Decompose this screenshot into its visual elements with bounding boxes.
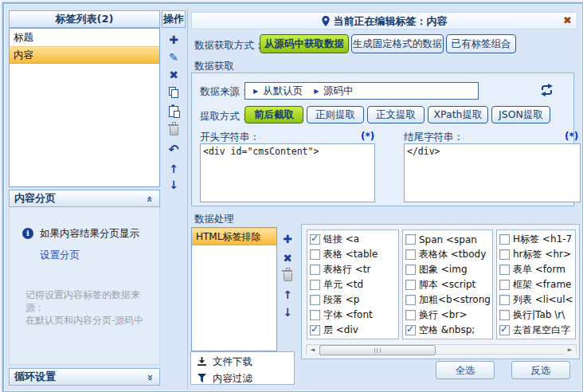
extract-json-button[interactable]: JSON提取: [491, 106, 550, 123]
exclude-option[interactable]: hr标签 <hr>: [497, 247, 575, 262]
tag-list-item-content[interactable]: 内容: [10, 46, 159, 64]
fetch-mode-fixed-format-button[interactable]: 生成固定格式的数据: [351, 34, 444, 53]
exclude-option-label: 空格 &nbsp;: [419, 323, 475, 337]
checkbox-icon[interactable]: [499, 280, 510, 290]
double-chevron-down-icon[interactable]: «: [142, 374, 158, 381]
checkbox-icon[interactable]: [405, 234, 416, 245]
checkbox-icon[interactable]: [310, 265, 320, 275]
exclude-option[interactable]: 层 <div: [307, 323, 398, 338]
move-up-icon[interactable]: ↑: [162, 163, 186, 174]
exclude-option[interactable]: 脚本 <script: [403, 277, 492, 292]
exclude-option[interactable]: 表格 <table: [307, 247, 398, 262]
copy-icon[interactable]: [162, 87, 186, 97]
add-icon[interactable]: ✚: [277, 233, 298, 245]
scroll-left-icon[interactable]: ◄: [307, 345, 319, 355]
process-list-item-html-exclude[interactable]: HTML标签排除: [192, 228, 276, 245]
exclude-option[interactable]: 表单 <form: [497, 262, 575, 277]
pagination-note-line2: 在默认页和内容分页-源码中: [25, 314, 157, 327]
tag-list: 标题 内容: [9, 28, 160, 187]
main-title: 当前正在编辑标签：内容: [334, 15, 448, 27]
refresh-icon[interactable]: [539, 84, 554, 96]
move-up-icon[interactable]: ↑: [277, 289, 298, 300]
pagination-panel-header[interactable]: 内容分页 «: [9, 190, 160, 207]
data-source-value[interactable]: ▶从默认页 ▶源码中: [245, 82, 479, 100]
exclude-option[interactable]: 换行|Tab \r\: [497, 308, 575, 323]
exclude-option[interactable]: 图象 <img: [403, 262, 492, 277]
delete-icon[interactable]: ✖: [162, 69, 186, 80]
loop-panel-title: 循环设置: [14, 370, 56, 382]
set-pagination-link[interactable]: 设置分页: [40, 249, 80, 262]
edit-icon[interactable]: ✎: [162, 52, 186, 63]
exclude-option[interactable]: 单元 <td: [307, 277, 398, 292]
close-icon[interactable]: ✖: [563, 14, 572, 26]
invert-selection-button[interactable]: 反选: [511, 361, 570, 379]
horizontal-scrollbar[interactable]: ◄ ►: [306, 344, 577, 355]
checkbox-icon[interactable]: [405, 265, 416, 275]
content-filter-item[interactable]: 内容过滤: [191, 369, 294, 386]
checkbox-icon[interactable]: [310, 249, 320, 260]
exclude-column-3: H标签 <h1-7hr标签 <hr>表单 <form框架 <frame列表 <l…: [496, 229, 576, 339]
exclude-option[interactable]: H标签 <h1-7: [497, 232, 575, 247]
fetch-mode-from-source-button[interactable]: 从源码中获取数据: [260, 34, 349, 53]
exclude-option[interactable]: 去首尾空白字: [497, 323, 575, 338]
checkbox-icon[interactable]: [405, 325, 416, 335]
start-string-input[interactable]: <div id="cmsContent">: [200, 143, 375, 202]
checkbox-icon[interactable]: [405, 249, 416, 260]
exclude-option[interactable]: 列表 <li<ul<: [497, 292, 575, 308]
checkbox-icon[interactable]: [499, 234, 510, 245]
scroll-right-icon[interactable]: ►: [564, 345, 576, 355]
main-title-bar: 当前正在编辑标签：内容 ✖: [191, 12, 577, 29]
checkbox-icon[interactable]: [405, 295, 416, 305]
move-down-icon[interactable]: ↓: [162, 179, 186, 190]
tag-list-item-title[interactable]: 标题: [10, 29, 159, 46]
extract-regex-button[interactable]: 正则提取: [307, 106, 364, 123]
operations-header: 操作: [162, 10, 186, 28]
data-source-label: 数据来源：: [200, 85, 250, 99]
exclude-option[interactable]: 框架 <frame: [497, 277, 575, 292]
checkbox-icon[interactable]: [310, 280, 320, 290]
trash-icon[interactable]: [162, 124, 186, 135]
exclude-option-label: 去首尾空白字: [513, 323, 570, 337]
exclude-option[interactable]: 加粗<b<strong: [403, 292, 492, 308]
data-source-step2: 源码中: [323, 84, 354, 96]
trash-icon[interactable]: [277, 270, 298, 281]
file-download-item[interactable]: 文件下载: [191, 352, 294, 369]
exclude-option[interactable]: Span <span: [403, 232, 492, 247]
double-chevron-up-icon[interactable]: «: [142, 196, 158, 202]
exclude-option[interactable]: 换行 <br>: [403, 308, 492, 323]
loop-panel-header[interactable]: 循环设置 «: [9, 368, 160, 386]
extract-before-after-button[interactable]: 前后截取: [245, 106, 303, 123]
exclude-option[interactable]: 表格体 <tbody: [403, 247, 492, 262]
delete-icon[interactable]: ✖: [277, 253, 298, 264]
exclude-option[interactable]: 空格 &nbsp;: [403, 323, 492, 338]
select-all-button[interactable]: 全选: [436, 361, 495, 379]
undo-icon[interactable]: ↶: [162, 144, 186, 155]
checkbox-icon[interactable]: [310, 295, 320, 305]
move-down-icon[interactable]: ↓: [277, 307, 298, 318]
exclude-option-label: 表格体 <tbody: [419, 248, 486, 261]
end-string-input[interactable]: </div>: [404, 143, 581, 202]
fetch-mode-tag-combo-button[interactable]: 已有标签组合: [446, 34, 516, 53]
exclude-option-label: hr标签 <hr>: [513, 248, 571, 261]
checkbox-icon[interactable]: [499, 310, 510, 320]
checkbox-icon[interactable]: [405, 310, 416, 320]
checkbox-icon[interactable]: [405, 280, 416, 290]
checkbox-icon[interactable]: [310, 234, 320, 245]
exclude-option[interactable]: 字体 <font: [307, 308, 398, 323]
exclude-option[interactable]: 表格行 <tr: [307, 262, 398, 277]
checkbox-icon[interactable]: [499, 295, 510, 305]
checkbox-icon[interactable]: [310, 325, 320, 335]
checkbox-icon[interactable]: [310, 310, 320, 320]
exclude-option[interactable]: 段落 <p: [307, 292, 398, 308]
tag-editor-window: 标签列表(2) 标题 内容 操作 ✚ ✎ ✖ ↶ ↑ ↓ 内容分页 « i 如果…: [2, 2, 583, 392]
extract-body-button[interactable]: 正文提取: [367, 106, 425, 123]
exclude-option[interactable]: 链接 <a: [307, 232, 398, 247]
scrollbar-thumb[interactable]: [319, 345, 436, 355]
extract-xpath-button[interactable]: XPath提取: [428, 106, 488, 123]
add-icon[interactable]: ✚: [162, 34, 186, 45]
checkbox-icon[interactable]: [499, 249, 510, 260]
start-string-label: 开头字符串：: [200, 131, 260, 144]
paste-icon[interactable]: [162, 104, 186, 117]
checkbox-icon[interactable]: [499, 265, 510, 275]
checkbox-icon[interactable]: [499, 325, 510, 335]
